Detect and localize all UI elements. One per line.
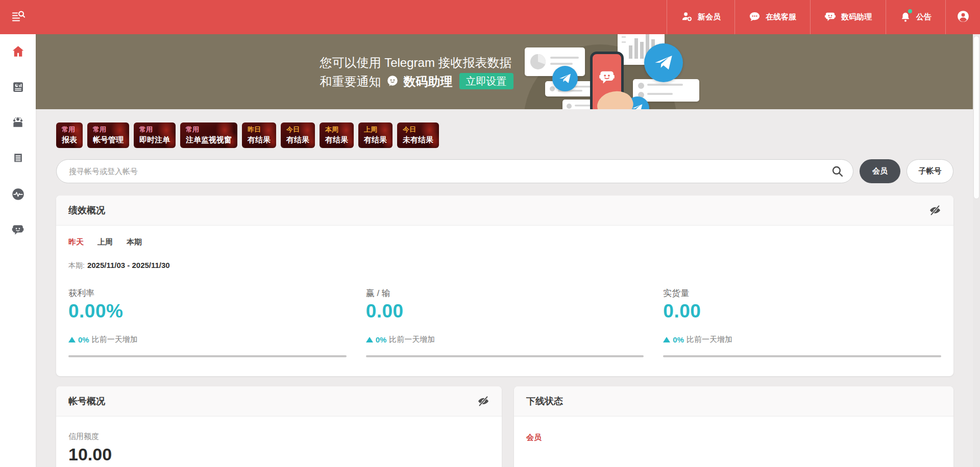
downline-card-title: 下线状态 xyxy=(526,395,563,407)
nav-item-online-service[interactable]: 在线客服 xyxy=(734,0,810,34)
metric-delta: 0% 比前一天增加 xyxy=(366,335,644,345)
main-content: 常用 报表 常用 帐号管理 常用 即时注单 常用 注单监视视窗 昨日 有结果 今… xyxy=(36,109,973,467)
sidebar-item-tickets[interactable] xyxy=(0,141,36,177)
bottom-cards-row: 帐号概况 信用额度 10.00 下线状态 会员 xyxy=(56,386,953,467)
tab-yesterday[interactable]: 昨天 xyxy=(68,237,84,247)
account-overview-card: 帐号概况 信用额度 10.00 xyxy=(56,386,502,467)
nav-item-new-member[interactable]: 新会员 xyxy=(667,0,734,34)
tab-current-period[interactable]: 本期 xyxy=(127,237,142,247)
quick-link-yesterday-results[interactable]: 昨日 有结果 xyxy=(242,122,276,148)
credit-limit-label: 信用额度 xyxy=(68,432,489,441)
menu-search-toggle[interactable] xyxy=(0,0,36,34)
sidebar-item-reports[interactable] xyxy=(0,70,36,106)
banner-line1: 您可以使用 Telegram 接收报表数据 xyxy=(320,53,513,72)
nav-item-announcements[interactable]: 公告 xyxy=(886,0,945,34)
robot-chat-icon xyxy=(824,11,836,24)
metrics-grid: 获利率 0.00% 0% 比前一天增加 赢 / 输 0.00 0% xyxy=(68,287,941,357)
assistant-icon xyxy=(11,223,24,238)
scrollbar-thumb[interactable] xyxy=(973,36,979,199)
person-add-icon xyxy=(681,11,693,24)
chat-dots-icon xyxy=(749,11,761,24)
sidebar-item-agents[interactable] xyxy=(0,106,36,141)
nav-item-digital-assistant[interactable]: 数码助理 xyxy=(810,0,886,34)
quick-link-reports[interactable]: 常用 报表 xyxy=(56,122,83,148)
hamburger-search-icon xyxy=(11,10,25,24)
eye-off-icon[interactable] xyxy=(929,204,941,216)
activity-icon xyxy=(11,187,25,203)
quick-link-live-bets[interactable]: 常用 即时注单 xyxy=(134,122,176,148)
search-icon[interactable] xyxy=(831,165,844,180)
metric-profit-rate: 获利率 0.00% 0% 比前一天增加 xyxy=(68,287,347,357)
avatar-icon xyxy=(957,10,970,25)
nav-item-label: 公告 xyxy=(916,12,932,22)
home-icon xyxy=(11,44,25,60)
banner-line2-prefix: 和重要通知 xyxy=(320,72,381,91)
quick-link-account-management[interactable]: 常用 帐号管理 xyxy=(87,122,129,148)
metric-progress-bar xyxy=(663,355,941,357)
downline-status-card: 下线状态 会员 xyxy=(514,386,953,467)
metric-progress-bar xyxy=(68,355,347,357)
scrollbar-track[interactable] xyxy=(973,34,980,467)
quick-link-today-results[interactable]: 今日 有结果 xyxy=(281,122,315,148)
period-value: 2025/11/03 - 2025/11/30 xyxy=(87,261,170,269)
search-row: 会员 子帐号 xyxy=(56,159,953,183)
top-navbar: 新会员 在线客服 数码助理 公告 xyxy=(0,0,980,34)
navbar-spacer xyxy=(36,0,667,34)
nav-item-label: 在线客服 xyxy=(766,12,796,22)
search-box xyxy=(56,159,853,183)
downline-card-header: 下线状态 xyxy=(514,386,953,416)
metric-win-loss: 赢 / 输 0.00 0% 比前一天增加 xyxy=(366,287,644,357)
triangle-up-icon xyxy=(366,337,373,342)
banner-text: 您可以使用 Telegram 接收报表数据 和重要通知 数码助理 立即设置 xyxy=(320,53,513,91)
period-range: 本期:2025/11/03 - 2025/11/30 xyxy=(68,261,941,271)
performance-card-header: 绩效概况 xyxy=(56,195,953,226)
nav-item-label: 新会员 xyxy=(698,12,721,22)
sidebar-item-home[interactable] xyxy=(0,34,36,70)
bot-bubble-icon xyxy=(386,75,399,88)
quick-link-bet-monitor[interactable]: 常用 注单监视视窗 xyxy=(180,122,237,148)
quick-links-row: 常用 报表 常用 帐号管理 常用 即时注单 常用 注单监视视窗 昨日 有结果 今… xyxy=(56,122,953,148)
nav-item-label: 数码助理 xyxy=(841,12,872,22)
telegram-promo-banner: 您可以使用 Telegram 接收报表数据 和重要通知 数码助理 立即设置 xyxy=(36,34,973,109)
user-avatar-button[interactable] xyxy=(945,0,980,34)
tab-last-week[interactable]: 上周 xyxy=(97,237,113,247)
setup-now-button[interactable]: 立即设置 xyxy=(459,73,513,89)
quick-link-lastweek-results[interactable]: 上周 有结果 xyxy=(358,122,393,148)
triangle-up-icon xyxy=(68,337,76,342)
performance-card-title: 绩效概况 xyxy=(68,204,105,216)
eye-off-icon[interactable] xyxy=(477,395,489,407)
performance-overview-card: 绩效概况 昨天 上周 本期 本期:2025/11/03 - 2025/11/30 xyxy=(56,195,953,376)
metric-turnover: 实货量 0.00 0% 比前一天增加 xyxy=(663,287,941,357)
metric-delta: 0% 比前一天增加 xyxy=(68,335,347,345)
sidebar-item-assistant[interactable] xyxy=(0,213,36,249)
filter-subaccount-button[interactable]: 子帐号 xyxy=(906,159,953,183)
credit-limit-value: 10.00 xyxy=(68,445,489,464)
downline-member-tab[interactable]: 会员 xyxy=(526,433,542,443)
quick-link-today-no-results[interactable]: 今日 未有结果 xyxy=(397,122,439,148)
search-input[interactable] xyxy=(56,159,853,183)
report-icon xyxy=(12,81,24,95)
metric-delta: 0% 比前一天增加 xyxy=(663,335,941,345)
notification-dot xyxy=(908,9,912,13)
period-label: 本期: xyxy=(68,261,85,269)
triangle-up-icon xyxy=(663,337,670,342)
banner-illustration xyxy=(531,34,689,109)
telegram-plane-icon xyxy=(644,43,683,82)
quick-link-week-results[interactable]: 本周 有结果 xyxy=(320,122,354,148)
telegram-plane-icon xyxy=(552,66,578,91)
sidebar-item-activity[interactable] xyxy=(0,177,36,213)
filter-member-button[interactable]: 会员 xyxy=(860,159,900,183)
list-icon xyxy=(12,152,24,167)
metric-progress-bar xyxy=(366,355,644,357)
bell-icon xyxy=(900,11,911,23)
performance-tabs: 昨天 上周 本期 xyxy=(68,237,941,247)
account-card-header: 帐号概况 xyxy=(56,386,502,416)
banner-bot-name: 数码助理 xyxy=(404,72,453,91)
agents-icon xyxy=(11,116,24,131)
account-card-title: 帐号概况 xyxy=(68,395,105,407)
left-sidebar xyxy=(0,34,36,467)
